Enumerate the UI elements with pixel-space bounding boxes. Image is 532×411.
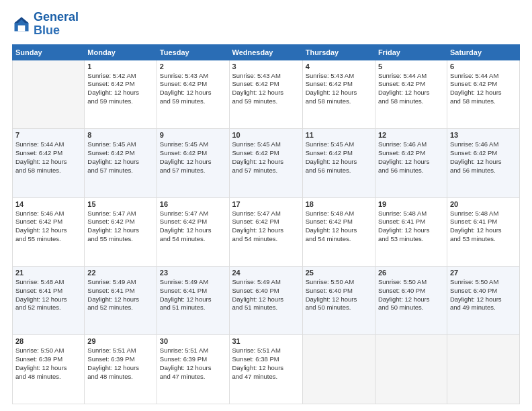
day-info: Sunrise: 5:51 AMSunset: 6:39 PMDaylight:… bbox=[160, 347, 226, 381]
day-cell: 25Sunrise: 5:50 AMSunset: 6:40 PMDayligh… bbox=[302, 267, 375, 335]
day-number: 30 bbox=[160, 337, 226, 345]
day-cell: 5Sunrise: 5:44 AMSunset: 6:42 PMDaylight… bbox=[375, 60, 447, 128]
day-number: 16 bbox=[160, 200, 226, 208]
day-header-wednesday: Wednesday bbox=[229, 44, 302, 60]
day-cell: 12Sunrise: 5:46 AMSunset: 6:42 PMDayligh… bbox=[375, 129, 447, 197]
day-info: Sunrise: 5:43 AMSunset: 6:42 PMDaylight:… bbox=[232, 72, 300, 106]
day-info: Sunrise: 5:48 AMSunset: 6:41 PMDaylight:… bbox=[450, 210, 517, 244]
day-info: Sunrise: 5:47 AMSunset: 6:42 PMDaylight:… bbox=[232, 210, 300, 244]
day-info: Sunrise: 5:47 AMSunset: 6:42 PMDaylight:… bbox=[160, 210, 226, 244]
svg-rect-2 bbox=[18, 26, 26, 32]
day-cell: 29Sunrise: 5:51 AMSunset: 6:39 PMDayligh… bbox=[85, 335, 157, 404]
day-number: 17 bbox=[232, 200, 300, 208]
week-row-3: 21Sunrise: 5:48 AMSunset: 6:41 PMDayligh… bbox=[13, 267, 520, 335]
day-cell: 26Sunrise: 5:50 AMSunset: 6:40 PMDayligh… bbox=[375, 267, 447, 335]
logo-icon bbox=[12, 15, 31, 34]
day-info: Sunrise: 5:43 AMSunset: 6:42 PMDaylight:… bbox=[160, 72, 226, 106]
day-cell: 24Sunrise: 5:49 AMSunset: 6:40 PMDayligh… bbox=[229, 267, 302, 335]
day-info: Sunrise: 5:44 AMSunset: 6:42 PMDaylight:… bbox=[15, 140, 81, 175]
logo: General Blue bbox=[12, 11, 79, 38]
day-info: Sunrise: 5:49 AMSunset: 6:40 PMDaylight:… bbox=[232, 278, 300, 312]
day-number: 6 bbox=[450, 62, 517, 71]
day-number: 19 bbox=[378, 200, 444, 208]
day-info: Sunrise: 5:48 AMSunset: 6:41 PMDaylight:… bbox=[15, 278, 81, 312]
day-cell: 28Sunrise: 5:50 AMSunset: 6:39 PMDayligh… bbox=[13, 335, 85, 404]
day-cell: 10Sunrise: 5:45 AMSunset: 6:42 PMDayligh… bbox=[229, 129, 302, 197]
day-header-sunday: Sunday bbox=[13, 44, 85, 60]
day-info: Sunrise: 5:46 AMSunset: 6:42 PMDaylight:… bbox=[378, 140, 444, 175]
week-row-4: 28Sunrise: 5:50 AMSunset: 6:39 PMDayligh… bbox=[13, 335, 520, 404]
day-number: 3 bbox=[232, 62, 300, 71]
day-cell: 1Sunrise: 5:42 AMSunset: 6:42 PMDaylight… bbox=[85, 60, 157, 128]
day-number: 24 bbox=[232, 269, 300, 277]
day-number: 28 bbox=[15, 337, 81, 345]
header: General Blue bbox=[12, 11, 520, 38]
day-number: 11 bbox=[306, 131, 372, 139]
days-header-row: SundayMondayTuesdayWednesdayThursdayFrid… bbox=[13, 44, 520, 60]
day-cell bbox=[13, 60, 85, 128]
day-cell: 9Sunrise: 5:45 AMSunset: 6:42 PMDaylight… bbox=[157, 129, 229, 197]
day-cell: 15Sunrise: 5:47 AMSunset: 6:42 PMDayligh… bbox=[85, 197, 157, 266]
day-cell: 8Sunrise: 5:45 AMSunset: 6:42 PMDaylight… bbox=[85, 129, 157, 197]
day-cell: 18Sunrise: 5:48 AMSunset: 6:42 PMDayligh… bbox=[302, 197, 375, 266]
day-info: Sunrise: 5:46 AMSunset: 6:42 PMDaylight:… bbox=[450, 140, 517, 175]
day-header-monday: Monday bbox=[85, 44, 157, 60]
day-header-saturday: Saturday bbox=[447, 44, 519, 60]
day-number: 10 bbox=[232, 131, 300, 139]
day-cell: 31Sunrise: 5:51 AMSunset: 6:38 PMDayligh… bbox=[229, 335, 302, 404]
day-number: 5 bbox=[378, 62, 444, 71]
day-number: 31 bbox=[232, 337, 300, 345]
day-number: 21 bbox=[15, 269, 81, 277]
day-header-tuesday: Tuesday bbox=[157, 44, 229, 60]
day-number: 27 bbox=[450, 269, 517, 277]
day-number: 15 bbox=[87, 200, 153, 208]
day-cell bbox=[302, 335, 375, 404]
day-cell: 19Sunrise: 5:48 AMSunset: 6:41 PMDayligh… bbox=[375, 197, 447, 266]
day-info: Sunrise: 5:50 AMSunset: 6:40 PMDaylight:… bbox=[450, 278, 517, 312]
day-cell: 27Sunrise: 5:50 AMSunset: 6:40 PMDayligh… bbox=[447, 267, 519, 335]
week-row-0: 1Sunrise: 5:42 AMSunset: 6:42 PMDaylight… bbox=[13, 60, 520, 128]
day-info: Sunrise: 5:50 AMSunset: 6:40 PMDaylight:… bbox=[306, 278, 372, 312]
day-info: Sunrise: 5:47 AMSunset: 6:42 PMDaylight:… bbox=[87, 210, 153, 244]
day-info: Sunrise: 5:49 AMSunset: 6:41 PMDaylight:… bbox=[160, 278, 226, 312]
day-cell: 22Sunrise: 5:49 AMSunset: 6:41 PMDayligh… bbox=[85, 267, 157, 335]
day-number: 13 bbox=[450, 131, 517, 139]
day-info: Sunrise: 5:51 AMSunset: 6:39 PMDaylight:… bbox=[87, 347, 153, 381]
day-cell: 16Sunrise: 5:47 AMSunset: 6:42 PMDayligh… bbox=[157, 197, 229, 266]
day-cell: 11Sunrise: 5:45 AMSunset: 6:42 PMDayligh… bbox=[302, 129, 375, 197]
calendar: SundayMondayTuesdayWednesdayThursdayFrid… bbox=[12, 44, 520, 404]
day-info: Sunrise: 5:45 AMSunset: 6:42 PMDaylight:… bbox=[232, 140, 300, 175]
week-row-2: 14Sunrise: 5:46 AMSunset: 6:42 PMDayligh… bbox=[13, 197, 520, 266]
day-number: 20 bbox=[450, 200, 517, 208]
day-number: 8 bbox=[87, 131, 153, 139]
day-number: 14 bbox=[15, 200, 81, 208]
day-cell: 13Sunrise: 5:46 AMSunset: 6:42 PMDayligh… bbox=[447, 129, 519, 197]
day-info: Sunrise: 5:49 AMSunset: 6:41 PMDaylight:… bbox=[87, 278, 153, 312]
page: General Blue SundayMondayTuesdayWednesda… bbox=[0, 0, 532, 411]
day-info: Sunrise: 5:44 AMSunset: 6:42 PMDaylight:… bbox=[450, 72, 517, 106]
day-cell bbox=[375, 335, 447, 404]
day-info: Sunrise: 5:50 AMSunset: 6:40 PMDaylight:… bbox=[378, 278, 444, 312]
day-info: Sunrise: 5:45 AMSunset: 6:42 PMDaylight:… bbox=[87, 140, 153, 175]
day-cell bbox=[447, 335, 519, 404]
day-cell: 2Sunrise: 5:43 AMSunset: 6:42 PMDaylight… bbox=[157, 60, 229, 128]
day-info: Sunrise: 5:51 AMSunset: 6:38 PMDaylight:… bbox=[232, 347, 300, 381]
day-cell: 23Sunrise: 5:49 AMSunset: 6:41 PMDayligh… bbox=[157, 267, 229, 335]
day-cell: 21Sunrise: 5:48 AMSunset: 6:41 PMDayligh… bbox=[13, 267, 85, 335]
day-cell: 17Sunrise: 5:47 AMSunset: 6:42 PMDayligh… bbox=[229, 197, 302, 266]
week-row-1: 7Sunrise: 5:44 AMSunset: 6:42 PMDaylight… bbox=[13, 129, 520, 197]
day-number: 25 bbox=[306, 269, 372, 277]
day-number: 1 bbox=[87, 62, 153, 71]
day-number: 9 bbox=[160, 131, 226, 139]
day-info: Sunrise: 5:50 AMSunset: 6:39 PMDaylight:… bbox=[15, 347, 81, 381]
day-info: Sunrise: 5:44 AMSunset: 6:42 PMDaylight:… bbox=[378, 72, 444, 106]
day-info: Sunrise: 5:46 AMSunset: 6:42 PMDaylight:… bbox=[15, 210, 81, 244]
day-cell: 7Sunrise: 5:44 AMSunset: 6:42 PMDaylight… bbox=[13, 129, 85, 197]
logo-text: General Blue bbox=[34, 11, 79, 38]
day-number: 29 bbox=[87, 337, 153, 345]
day-cell: 20Sunrise: 5:48 AMSunset: 6:41 PMDayligh… bbox=[447, 197, 519, 266]
day-cell: 4Sunrise: 5:43 AMSunset: 6:42 PMDaylight… bbox=[302, 60, 375, 128]
day-cell: 6Sunrise: 5:44 AMSunset: 6:42 PMDaylight… bbox=[447, 60, 519, 128]
day-info: Sunrise: 5:42 AMSunset: 6:42 PMDaylight:… bbox=[87, 72, 153, 106]
day-info: Sunrise: 5:48 AMSunset: 6:41 PMDaylight:… bbox=[378, 210, 444, 244]
